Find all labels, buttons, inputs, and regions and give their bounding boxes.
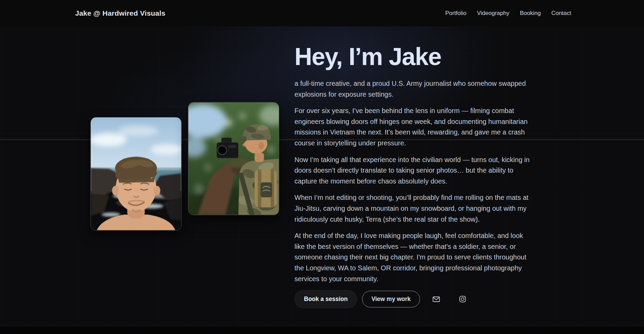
hero-heading: Hey, I’m Jake: [294, 44, 534, 69]
mission-paragraph: At the end of the day, I love making peo…: [294, 230, 534, 284]
experience-paragraph: For over six years, I’ve been behind the…: [294, 106, 534, 148]
army-photographer-photo: [188, 102, 279, 215]
site-header: Jake @ Hardwired Visuals Portfolio Video…: [0, 0, 644, 27]
nav-item-portfolio[interactable]: Portfolio: [445, 10, 466, 17]
book-session-button[interactable]: Book a session: [294, 290, 357, 308]
mail-icon[interactable]: [429, 292, 443, 306]
instagram-icon[interactable]: [456, 292, 470, 306]
brand-logo[interactable]: Jake @ Hardwired Visuals: [75, 9, 165, 17]
view-work-button[interactable]: View my work: [362, 291, 420, 307]
hobbies-paragraph: When I’m not editing or shooting, you’ll…: [294, 192, 534, 225]
nav-item-booking[interactable]: Booking: [520, 10, 541, 17]
civilian-paragraph: Now I’m taking all that experience into …: [294, 155, 534, 187]
cta-row: Book a session View my work: [294, 290, 470, 308]
page-bottom-strip: [0, 327, 644, 334]
nav-item-contact[interactable]: Contact: [551, 10, 571, 17]
about-content: Hey, I’m Jake a full-time creative, and …: [294, 44, 534, 290]
main-nav: Portfolio Videography Booking Contact: [445, 10, 571, 17]
nav-item-videography[interactable]: Videography: [477, 10, 509, 17]
beach-portrait-photo: [90, 117, 182, 230]
intro-paragraph: a full-time creative, and a proud U.S. A…: [294, 78, 534, 100]
page: Jake @ Hardwired Visuals Portfolio Video…: [0, 0, 644, 334]
